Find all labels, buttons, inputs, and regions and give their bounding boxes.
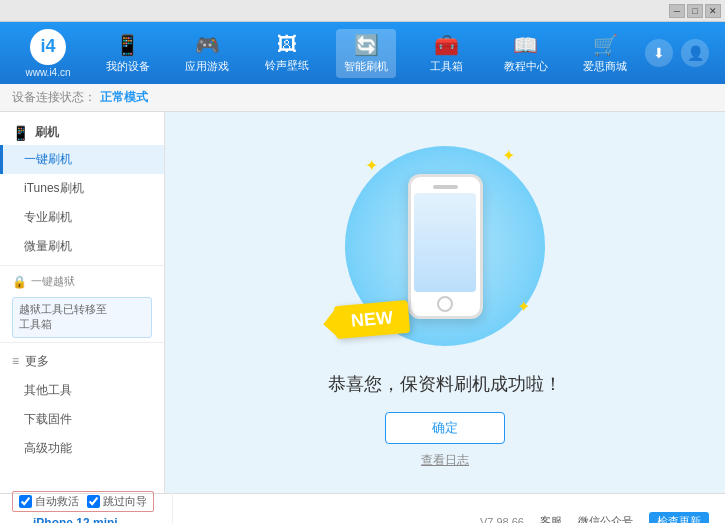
sidebar: 📱 刷机 一键刷机 iTunes刷机 专业刷机 微量刷机 🔒 一键越狱 越狱工具… xyxy=(0,112,165,493)
nav-store[interactable]: 🛒 爱思商城 xyxy=(575,29,635,78)
bottom-right: V7.98.66 客服 微信公众号 检查更新 xyxy=(173,512,717,523)
phone-screen xyxy=(414,193,476,292)
smart-flash-label: 智能刷机 xyxy=(344,59,388,74)
more-label: 更多 xyxy=(25,353,49,370)
status-label: 设备连接状态： xyxy=(12,89,96,106)
title-bar: ─ □ ✕ xyxy=(0,0,725,22)
smart-flash-icon: 🔄 xyxy=(354,33,379,57)
skip-wizard-checkbox[interactable]: 跳过向导 xyxy=(87,494,147,509)
nav-my-device[interactable]: 📱 我的设备 xyxy=(98,29,158,78)
sidebar-item-one-click[interactable]: 一键刷机 xyxy=(0,145,164,174)
one-click-label: 一键刷机 xyxy=(24,152,72,166)
confirm-button[interactable]: 确定 xyxy=(385,412,505,444)
new-badge: NEW xyxy=(334,300,411,339)
apps-icon: 🎮 xyxy=(195,33,220,57)
sidebar-item-download[interactable]: 下载固件 xyxy=(0,405,164,434)
flash-section-icon: 📱 xyxy=(12,125,29,141)
store-label: 爱思商城 xyxy=(583,59,627,74)
apps-label: 应用游戏 xyxy=(185,59,229,74)
info-box-text: 越狱工具已转移至工具箱 xyxy=(19,303,107,330)
main-layout: 📱 刷机 一键刷机 iTunes刷机 专业刷机 微量刷机 🔒 一键越狱 越狱工具… xyxy=(0,112,725,493)
update-button[interactable]: 检查更新 xyxy=(649,512,709,523)
sidebar-item-itunes[interactable]: iTunes刷机 xyxy=(0,174,164,203)
tools-icon: 🧰 xyxy=(434,33,459,57)
nav-tutorial[interactable]: 📖 教程中心 xyxy=(496,29,556,78)
auto-rescue-label: 自动救活 xyxy=(35,494,79,509)
itunes-label: iTunes刷机 xyxy=(24,181,84,195)
logo: i4 www.i4.cn xyxy=(8,29,88,78)
device-left-panel: 自动救活 跳过向导 📱 iPhone 12 mini 64GB Down-12m… xyxy=(8,491,173,523)
nav-bar: i4 www.i4.cn 📱 我的设备 🎮 应用游戏 🖼 铃声壁纸 🔄 智能刷机… xyxy=(0,22,725,84)
nav-items: 📱 我的设备 🎮 应用游戏 🖼 铃声壁纸 🔄 智能刷机 🧰 工具箱 📖 教程中心… xyxy=(88,29,645,78)
sidebar-item-advanced[interactable]: 高级功能 xyxy=(0,434,164,463)
sidebar-info-box: 越狱工具已转移至工具箱 xyxy=(12,297,152,338)
tutorial-label: 教程中心 xyxy=(504,59,548,74)
status-bar: 设备连接状态： 正常模式 xyxy=(0,84,725,112)
nav-tools[interactable]: 🧰 工具箱 xyxy=(416,29,476,78)
sidebar-more-section: ≡ 更多 xyxy=(0,347,164,376)
sidebar-jailbreak-section: 🔒 一键越狱 xyxy=(0,270,164,293)
sparkle-3: ✦ xyxy=(517,297,530,316)
user-button[interactable]: 👤 xyxy=(681,39,709,67)
phone-illustration: ✦ ✦ ✦ NEW xyxy=(345,136,545,356)
minimize-button[interactable]: ─ xyxy=(669,4,685,18)
dfu-label: 微量刷机 xyxy=(24,239,72,253)
auto-rescue-input[interactable] xyxy=(19,495,32,508)
flash-section-label: 刷机 xyxy=(35,124,59,141)
advanced-label: 高级功能 xyxy=(24,441,72,455)
sidebar-item-pro[interactable]: 专业刷机 xyxy=(0,203,164,232)
device-name: iPhone 12 mini xyxy=(33,516,118,523)
nav-apps[interactable]: 🎮 应用游戏 xyxy=(177,29,237,78)
sidebar-flash-section: 📱 刷机 xyxy=(0,120,164,145)
other-tools-label: 其他工具 xyxy=(24,383,72,397)
logo-url: www.i4.cn xyxy=(25,67,70,78)
sidebar-item-other-tools[interactable]: 其他工具 xyxy=(0,376,164,405)
maximize-button[interactable]: □ xyxy=(687,4,703,18)
my-device-label: 我的设备 xyxy=(106,59,150,74)
logo-icon: i4 xyxy=(30,29,66,65)
sparkle-2: ✦ xyxy=(502,146,515,165)
phone-body xyxy=(408,174,483,319)
sidebar-item-dfu[interactable]: 微量刷机 xyxy=(0,232,164,261)
phone-home-button xyxy=(437,296,453,312)
nav-right: ⬇ 👤 xyxy=(645,39,717,67)
wechat-link[interactable]: 微信公众号 xyxy=(578,514,633,523)
skip-wizard-label: 跳过向导 xyxy=(103,494,147,509)
sidebar-divider-1 xyxy=(0,265,164,266)
tools-label: 工具箱 xyxy=(430,59,463,74)
close-button[interactable]: ✕ xyxy=(705,4,721,18)
status-value: 正常模式 xyxy=(100,89,148,106)
wallpaper-label: 铃声壁纸 xyxy=(265,58,309,73)
skip-wizard-input[interactable] xyxy=(87,495,100,508)
nav-smart-flash[interactable]: 🔄 智能刷机 xyxy=(336,29,396,78)
device-bottom-row: 自动救活 跳过向导 📱 iPhone 12 mini 64GB Down-12m… xyxy=(0,493,725,523)
wallpaper-icon: 🖼 xyxy=(277,33,297,56)
back-link[interactable]: 查看日志 xyxy=(421,452,469,469)
version-text: V7.98.66 xyxy=(480,516,524,524)
store-icon: 🛒 xyxy=(593,33,618,57)
pro-label: 专业刷机 xyxy=(24,210,72,224)
auto-rescue-checkbox[interactable]: 自动救活 xyxy=(19,494,79,509)
device-info: 📱 iPhone 12 mini 64GB Down-12mini-13,1 xyxy=(12,516,172,523)
download-label: 下载固件 xyxy=(24,412,72,426)
service-link[interactable]: 客服 xyxy=(540,514,562,523)
content-area: ✦ ✦ ✦ NEW 恭喜您，保资料刷机成功啦！ 确定 查看日志 xyxy=(165,112,725,493)
phone-speaker xyxy=(433,185,458,189)
tutorial-icon: 📖 xyxy=(513,33,538,57)
jailbreak-section-label: 一键越狱 xyxy=(31,274,75,289)
nav-wallpaper[interactable]: 🖼 铃声壁纸 xyxy=(257,29,317,77)
checkboxes-container: 自动救活 跳过向导 xyxy=(12,491,154,512)
my-device-icon: 📱 xyxy=(115,33,140,57)
more-icon: ≡ xyxy=(12,354,19,368)
success-text: 恭喜您，保资料刷机成功啦！ xyxy=(328,372,562,396)
sparkle-1: ✦ xyxy=(365,156,378,175)
sidebar-divider-2 xyxy=(0,342,164,343)
checkboxes-row: 自动救活 跳过向导 xyxy=(12,491,172,512)
download-button[interactable]: ⬇ xyxy=(645,39,673,67)
device-details: iPhone 12 mini 64GB Down-12mini-13,1 xyxy=(33,516,118,523)
